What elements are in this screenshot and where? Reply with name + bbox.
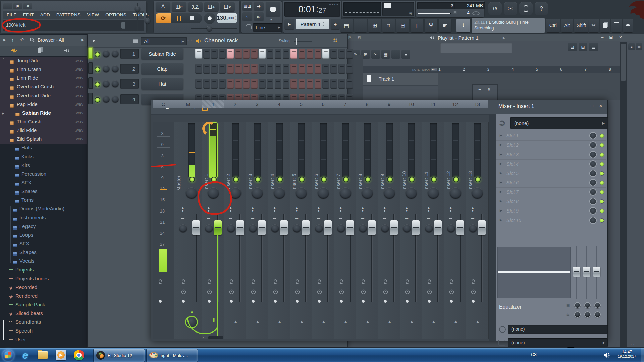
- slot-mix-knob[interactable]: [589, 141, 597, 149]
- step-button[interactable]: [235, 49, 242, 59]
- step-button[interactable]: [315, 49, 321, 59]
- step-button[interactable]: [283, 64, 289, 74]
- lamp-icon[interactable]: [471, 279, 476, 284]
- stop-button[interactable]: [190, 16, 194, 20]
- start-button[interactable]: [2, 349, 14, 361]
- route-arrow-icon[interactable]: ▲: [343, 320, 349, 323]
- folder-name[interactable]: Vocals: [19, 258, 34, 264]
- step-button[interactable]: [211, 79, 218, 89]
- eye-icon[interactable]: ◉: [409, 11, 412, 15]
- strip-dot[interactable]: [384, 300, 387, 303]
- strip-dot[interactable]: [340, 300, 343, 303]
- slot-mix-knob[interactable]: [589, 132, 597, 139]
- route-arrow-icon[interactable]: ▲: [255, 320, 261, 323]
- strip-led[interactable]: [387, 177, 393, 182]
- slot-mix-knob[interactable]: [589, 198, 597, 205]
- fader-handle[interactable]: [346, 220, 354, 235]
- sample-name[interactable]: Jung Ride: [17, 58, 40, 63]
- folder-name[interactable]: Rendered: [15, 293, 38, 299]
- taskbar-paint-button[interactable]: right - Malov...: [146, 349, 198, 362]
- step-button[interactable]: [330, 49, 337, 59]
- strip-dot[interactable]: [182, 300, 185, 303]
- mixer-track-header-6[interactable]: 6: [312, 100, 334, 108]
- folder-name[interactable]: Kits: [21, 162, 30, 168]
- show-desktop-button[interactable]: [641, 348, 644, 362]
- lamp-icon[interactable]: [158, 279, 163, 284]
- browser-sample-row[interactable]: Jung Ride.wav: [0, 57, 87, 65]
- track-header[interactable]: Track 1: [363, 73, 438, 86]
- follow-icon[interactable]: ➜: [254, 2, 264, 11]
- channel-pan-knob[interactable]: [103, 50, 110, 57]
- stereo-sep-icon[interactable]: ▲ ▼: [206, 206, 211, 213]
- channel-number-box[interactable]: 1: [120, 49, 139, 59]
- channel-name-button[interactable]: Hat: [141, 78, 183, 90]
- cut-button[interactable]: ✂: [589, 19, 599, 32]
- step-button[interactable]: [307, 79, 313, 89]
- folder-name[interactable]: Loops: [19, 232, 33, 238]
- step-button[interactable]: [211, 49, 218, 59]
- eq-slider-handle[interactable]: [583, 267, 590, 277]
- effect-slot-row[interactable]: ▶Slot 2: [496, 140, 606, 150]
- lamp-icon[interactable]: [181, 279, 186, 284]
- fader-handle[interactable]: [214, 220, 222, 235]
- clock-icon[interactable]: [317, 289, 322, 294]
- slot-mix-knob[interactable]: [589, 170, 597, 177]
- eq-mini-knob[interactable]: [594, 302, 601, 308]
- stereo-sep-icon[interactable]: ▲ ▼: [228, 206, 233, 213]
- mixer-slider-button[interactable]: [623, 19, 633, 32]
- route-arrow-icon[interactable]: ▲: [387, 320, 393, 323]
- browser-folder-row[interactable]: Soundfonts: [0, 318, 87, 327]
- clock-icon[interactable]: [295, 289, 300, 294]
- step-button[interactable]: [227, 79, 234, 89]
- channel-number-box[interactable]: 4: [120, 94, 139, 104]
- strip-led[interactable]: [475, 177, 481, 182]
- paste-button[interactable]: [611, 19, 622, 32]
- output-fx-dropdown[interactable]: (none) ▶: [508, 338, 608, 347]
- clock-icon[interactable]: [361, 289, 366, 294]
- strip-led[interactable]: [299, 177, 305, 182]
- insert-source-dropdown[interactable]: (none) ▶: [510, 117, 608, 129]
- stereo-sep-icon[interactable]: ▲ ▼: [470, 206, 475, 213]
- folder-name[interactable]: SFX: [21, 180, 31, 185]
- wait-for-input-icon[interactable]: Ш◷: [172, 2, 186, 11]
- step-button[interactable]: [267, 64, 273, 74]
- channel-led[interactable]: [95, 52, 100, 57]
- browser-folder-row[interactable]: SFX: [0, 240, 87, 248]
- strip-pan-knob[interactable]: [252, 187, 263, 199]
- mixer-strip-3[interactable]: Insert 3▲ ▼◂▸▲: [246, 122, 269, 339]
- pan-lr-icon[interactable]: ◂▸: [338, 217, 344, 220]
- snap-display[interactable]: 3.2.: [188, 2, 203, 11]
- slice-tool-button[interactable]: ✂: [504, 2, 517, 15]
- browser-folder-row[interactable]: Snares: [0, 187, 87, 196]
- folder-name[interactable]: Kicks: [21, 154, 34, 159]
- record-audio-button[interactable]: [519, 2, 533, 15]
- slot-mix-knob[interactable]: [589, 207, 597, 215]
- strip-led[interactable]: [365, 177, 371, 182]
- minimize-window-button[interactable]: –: [3, 3, 12, 9]
- step-button[interactable]: [275, 49, 281, 59]
- taskbar-chrome-icon[interactable]: [74, 350, 84, 360]
- browser-folder-row[interactable]: Hats: [0, 144, 87, 153]
- playlist-close-button[interactable]: ✕: [617, 35, 624, 40]
- effect-slot-row[interactable]: ▶Slot 6: [496, 178, 606, 188]
- sample-name[interactable]: Zild Ride: [17, 127, 37, 133]
- step-button[interactable]: [235, 79, 242, 89]
- step-button[interactable]: [322, 64, 329, 74]
- stereo-sep-icon[interactable]: ▲ ▼: [338, 206, 343, 213]
- record-button[interactable]: [204, 13, 215, 24]
- channel-volume-knob[interactable]: [112, 96, 119, 103]
- track-playhead-marker[interactable]: [367, 75, 371, 82]
- folder-name[interactable]: Drums (ModeAudio): [19, 206, 64, 212]
- pl-side-button-up[interactable]: ≡: [628, 43, 635, 50]
- strip-dot[interactable]: [274, 300, 277, 303]
- folder-name[interactable]: Sliced beats: [15, 310, 43, 316]
- step-button[interactable]: [322, 49, 329, 59]
- step-button[interactable]: [227, 49, 234, 59]
- browser-folder-row[interactable]: Speech: [0, 327, 87, 336]
- slip-tool-icon[interactable]: ≈: [391, 50, 400, 59]
- sample-name[interactable]: Thin Crash: [17, 119, 41, 124]
- strip-led[interactable]: [211, 177, 217, 182]
- lamp-icon[interactable]: [339, 279, 344, 284]
- step-button[interactable]: [299, 79, 305, 89]
- fader-handle[interactable]: [236, 220, 244, 235]
